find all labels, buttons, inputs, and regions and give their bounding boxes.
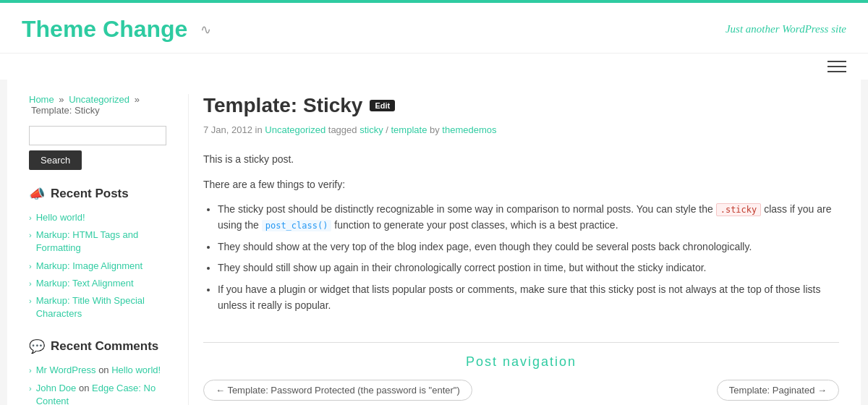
- post-class-code: post_class(): [262, 220, 332, 231]
- post-bullet-list: The sticky post should be distinctly rec…: [218, 202, 839, 313]
- list-item: The sticky post should be distinctly rec…: [218, 202, 839, 233]
- header-left: Theme Change ∿: [22, 16, 211, 43]
- megaphone-icon: 📣: [29, 186, 45, 202]
- hamburger-line-2: [827, 66, 846, 67]
- search-input[interactable]: [29, 126, 166, 145]
- post-tag2[interactable]: template: [391, 124, 427, 135]
- recent-comments-title: 💬 Recent Comments: [29, 338, 166, 354]
- breadcrumb-sep2: »: [135, 94, 140, 105]
- comment-post[interactable]: Hello world!: [111, 364, 161, 375]
- list-item: › Markup: Title With Special Characters: [29, 292, 166, 323]
- chevron-icon: ›: [29, 296, 32, 307]
- recent-post-link[interactable]: Hello world!: [36, 211, 85, 224]
- recent-comments-list: › Mr WordPress on Hello world! › John Do…: [29, 362, 166, 405]
- recent-post-link[interactable]: Markup: Text Alignment: [36, 277, 134, 290]
- list-item: They should still show up again in their…: [218, 260, 839, 276]
- post-in-label: in: [255, 124, 265, 135]
- comment-icon: 💬: [29, 338, 45, 354]
- post-category[interactable]: Uncategorized: [265, 124, 326, 135]
- main-content: Template: Sticky Edit 7 Jan, 2012 in Unc…: [188, 94, 839, 405]
- breadcrumb: Home » Uncategorized » Template: Sticky: [29, 94, 166, 116]
- comment-text: Mr WordPress on Hello world!: [36, 364, 161, 377]
- list-item: They should show at the very top of the …: [218, 239, 839, 255]
- post-date: 7 Jan, 2012: [203, 124, 252, 135]
- breadcrumb-current: Template: Sticky: [31, 105, 100, 116]
- list-item: › Hello world!: [29, 209, 166, 226]
- comment-connector: on: [79, 383, 92, 393]
- site-title[interactable]: Theme Change: [22, 16, 187, 43]
- site-header: Theme Change ∿ Just another WordPress si…: [0, 0, 868, 53]
- post-tag1[interactable]: sticky: [359, 124, 383, 135]
- post-title-text: Template: Sticky: [203, 94, 362, 117]
- recent-post-link[interactable]: Markup: Image Alignment: [36, 260, 142, 273]
- post-title: Template: Sticky Edit: [203, 94, 839, 117]
- recent-posts-section: 📣 Recent Posts › Hello world! › Markup: …: [29, 186, 166, 323]
- search-widget: Search: [29, 126, 166, 170]
- comment-text: John Doe on Edge Case: No Content: [36, 382, 166, 406]
- nav-links: ← Template: Password Protected (the pass…: [203, 380, 839, 401]
- chevron-icon: ›: [29, 278, 32, 289]
- list-item: › Markup: HTML Tags and Formatting: [29, 226, 166, 257]
- search-button[interactable]: Search: [29, 150, 82, 170]
- navbar: [0, 53, 868, 80]
- breadcrumb-sep1: »: [59, 94, 64, 105]
- post-author[interactable]: themedemos: [442, 124, 496, 135]
- chevron-icon: ›: [29, 230, 32, 241]
- post-meta: 7 Jan, 2012 in Uncategorized tagged stic…: [203, 124, 839, 135]
- sticky-code: .sticky: [716, 203, 762, 216]
- rss-icon[interactable]: ∿: [200, 22, 211, 38]
- chevron-icon: ›: [29, 383, 32, 394]
- list-item: › John Doe on Edge Case: No Content: [29, 380, 166, 406]
- post-intro-2: There are a few things to verify:: [203, 176, 839, 193]
- hamburger-line-3: [827, 71, 846, 72]
- post-tag-sep: /: [386, 124, 391, 135]
- post-by-label: by: [430, 124, 442, 135]
- post-intro-1: This is a sticky post.: [203, 151, 839, 168]
- next-post-link[interactable]: Template: Paginated →: [717, 380, 839, 401]
- chevron-icon: ›: [29, 213, 32, 223]
- breadcrumb-home[interactable]: Home: [29, 94, 54, 105]
- chevron-icon: ›: [29, 261, 32, 272]
- breadcrumb-category[interactable]: Uncategorized: [69, 94, 129, 105]
- recent-post-link[interactable]: Markup: Title With Special Characters: [36, 294, 166, 320]
- post-tagged-label: tagged: [328, 124, 359, 135]
- site-tagline: Just another WordPress site: [726, 23, 846, 35]
- hamburger-line-1: [827, 61, 846, 62]
- list-item: › Mr WordPress on Hello world!: [29, 362, 166, 379]
- recent-comments-section: 💬 Recent Comments › Mr WordPress on Hell…: [29, 338, 166, 405]
- list-item: If you have a plugin or widget that list…: [218, 282, 839, 313]
- post-content: This is a sticky post. There are a few t…: [203, 151, 839, 313]
- list-item: › Markup: Image Alignment: [29, 257, 166, 275]
- post-navigation-title: Post navigation: [203, 354, 839, 370]
- comment-author[interactable]: John Doe: [36, 383, 77, 393]
- edit-badge[interactable]: Edit: [370, 100, 395, 111]
- main-container: Home » Uncategorized » Template: Sticky …: [7, 80, 861, 405]
- sidebar: Home » Uncategorized » Template: Sticky …: [29, 94, 188, 405]
- post-navigation: Post navigation ← Template: Password Pro…: [203, 342, 839, 401]
- comment-author[interactable]: Mr WordPress: [36, 364, 96, 375]
- recent-posts-title: 📣 Recent Posts: [29, 186, 166, 202]
- hamburger-menu[interactable]: [827, 61, 846, 72]
- prev-post-link[interactable]: ← Template: Password Protected (the pass…: [203, 380, 472, 401]
- comment-connector: on: [98, 364, 111, 375]
- chevron-icon: ›: [29, 365, 32, 376]
- recent-posts-list: › Hello world! › Markup: HTML Tags and F…: [29, 209, 166, 323]
- recent-post-link[interactable]: Markup: HTML Tags and Formatting: [36, 229, 166, 255]
- list-item: › Markup: Text Alignment: [29, 275, 166, 292]
